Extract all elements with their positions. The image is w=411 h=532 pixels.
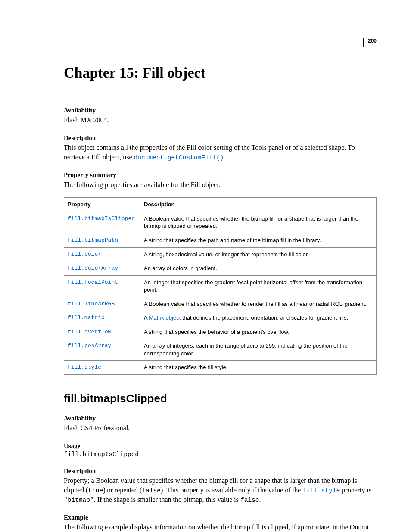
desc2-c: ). This property is available only if th… [161, 486, 302, 494]
prop-style-link[interactable]: fill.style [68, 364, 101, 370]
code-bitmap: "bitmap" [64, 497, 94, 504]
code-false: false [142, 487, 161, 494]
table-row: fill.matrix A Matrix object that defines… [64, 311, 377, 325]
table-row: fill.color A string, hexadecimal value, … [64, 247, 377, 261]
chapter-title: Chapter 15: Fill object [64, 65, 377, 81]
matrix-object-link[interactable]: Matrix object [149, 314, 181, 321]
availability-heading: Availability [64, 107, 377, 114]
example-text: The following example displays informati… [64, 523, 377, 532]
code-false-2: false [240, 497, 259, 504]
example-heading: Example [64, 514, 377, 521]
table-row: fill.posArray An array of integers, each… [64, 339, 377, 361]
desc-cell: An array of integers, each in the range … [140, 339, 377, 361]
th-property: Property [64, 198, 140, 212]
prop-bitmappath-link[interactable]: fill.bitmapPath [68, 237, 118, 243]
property-summary-text: The following properties are available f… [64, 180, 377, 190]
section-title-bitmapisclipped: fill.bitmapIsClipped [64, 392, 377, 405]
table-row: fill.bitmapPath A string that specifies … [64, 233, 377, 247]
table-row: fill.colorArray An array of colors in gr… [64, 261, 377, 276]
property-summary-heading: Property summary [64, 171, 377, 179]
usage-heading: Usage [64, 442, 377, 450]
prop-matrix-link[interactable]: fill.matrix [68, 314, 105, 321]
desc2-d: property is [340, 486, 371, 494]
description-paragraph: This object contains all the properties … [64, 143, 377, 162]
desc-cell: A string that specifies the behavior of … [140, 325, 377, 339]
desc-cell: A string, hexadecimal value, or integer … [140, 247, 377, 261]
description-heading: Description [64, 134, 377, 142]
table-row: fill.linearRGB A Boolean value that spec… [64, 297, 377, 311]
prop-color-link[interactable]: fill.color [68, 251, 101, 258]
desc-cell: A Matrix object that defines the placeme… [140, 311, 377, 325]
getcustomfill-link[interactable]: document.getCustomFill() [134, 154, 224, 161]
desc-cell: A string that specifies the fill style. [140, 361, 377, 375]
property-table: Property Description fill.bitmapIsClippe… [64, 197, 377, 375]
desc2-b: ) or repeated ( [103, 486, 142, 494]
prop-overflow-link[interactable]: fill.overflow [68, 329, 111, 335]
usage-code: fill.bitmapIsClipped [64, 451, 377, 458]
desc2-e: . If the shape is smaller than the bitma… [94, 496, 240, 503]
description-heading-2: Description [64, 467, 377, 475]
availability-text: Flash MX 2004. [64, 115, 377, 125]
desc-cell: A Boolean value that specifies whether t… [140, 297, 377, 311]
desc-text-b: that defines the placement, orientation,… [181, 314, 348, 321]
page-number: 200 [368, 38, 377, 44]
availability-text-2: Flash CS4 Professional. [64, 423, 377, 433]
prop-bitmapisclipped-link[interactable]: fill.bitmapIsClipped [68, 215, 135, 222]
desc-text-a: A [144, 314, 149, 321]
table-row: fill.overflow A string that specifies th… [64, 325, 377, 339]
table-row: fill.bitmapIsClipped A Boolean value tha… [64, 212, 377, 233]
desc-cell: An integer that specifies the gradient f… [140, 275, 377, 297]
description-paragraph-2: Property; a Boolean value that specifies… [64, 476, 377, 504]
prop-colorarray-link[interactable]: fill.colorArray [68, 265, 118, 271]
desc-cell: A Boolean value that specifies whether t… [140, 212, 377, 233]
page-content: Chapter 15: Fill object Availability Fla… [0, 0, 411, 532]
table-row: fill.style A string that specifies the f… [64, 361, 377, 375]
prop-focalpoint-link[interactable]: fill.focalPoint [68, 279, 118, 286]
table-row: fill.focalPoint An integer that specifie… [64, 275, 377, 297]
prop-posarray-link[interactable]: fill.posArray [68, 342, 111, 349]
prop-linearrgb-link[interactable]: fill.linearRGB [68, 301, 115, 307]
description-text-b: . [224, 153, 225, 161]
desc-cell: An array of colors in gradient. [140, 261, 377, 276]
availability-heading-2: Availability [64, 415, 377, 422]
desc2-f: . [259, 496, 261, 503]
page-number-block: 200 [363, 38, 377, 47]
th-description: Description [140, 198, 377, 212]
code-true: true [88, 487, 103, 494]
fillstyle-link[interactable]: fill.style [302, 487, 340, 494]
table-header-row: Property Description [64, 198, 377, 212]
desc-cell: A string that specifies the path and nam… [140, 233, 377, 247]
